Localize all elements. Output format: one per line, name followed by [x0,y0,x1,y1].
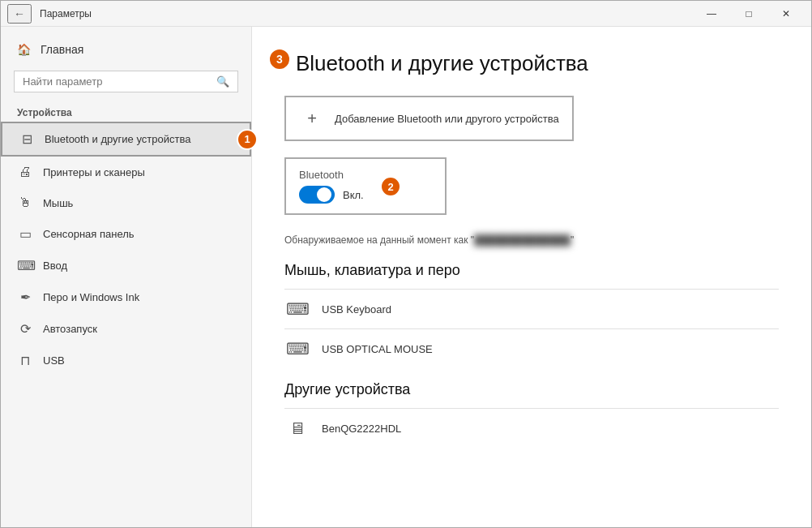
close-button[interactable]: ✕ [767,1,805,27]
monitor-device-label: BenQG2222HDL [322,423,401,435]
autoplay-icon: ⟳ [17,321,33,337]
sidebar-item-touchpad[interactable]: ▭ Сенсорная панель [1,218,251,250]
mouse-device-icon: ⌨ [284,339,310,358]
toggle-badge-2: 2 [380,176,401,197]
bluetooth-toggle[interactable] [299,186,335,204]
sidebar-item-bluetooth[interactable]: ⊟ Bluetooth и другие устройства 1 [1,122,251,157]
content-area: 🏠 Главная 🔍 Устройства ⊟ Bluetooth и дру… [1,27,811,527]
title-bar: ← Параметры — □ ✕ [1,1,811,27]
typing-icon: ⌨ [17,258,33,273]
toggle-on-label: Вкл. [343,189,364,201]
settings-window: ← Параметры — □ ✕ 🏠 Главная 🔍 Устройства… [0,0,812,528]
minimize-button[interactable]: — [693,1,730,27]
back-button[interactable]: ← [7,4,32,24]
sidebar-badge-1: 1 [237,129,258,150]
page-title: Bluetooth и другие устройства [296,51,588,76]
usb-icon: ⊓ [17,353,33,368]
add-device-label: Добавление Bluetooth или другого устройс… [335,113,559,125]
sidebar-section-title: Устройства [1,99,251,122]
sidebar-item-typing-label: Ввод [43,260,67,272]
page-title-container: 3 Bluetooth и другие устройства [284,51,779,76]
bluetooth-section-label: Bluetooth [299,169,432,181]
bluetooth-section: Bluetooth Вкл. 2 [284,157,447,215]
page-title-badge-3: 3 [268,48,291,71]
sidebar-home-label: Главная [41,43,83,56]
device-name-blurred: ██████████████ [474,234,571,246]
divider-3 [284,408,779,409]
mouse-icon: 🖱 [17,195,33,210]
keyboard-device-label: USB Keyboard [322,303,391,316]
monitor-device-icon: 🖥 [284,419,310,438]
pen-icon: ✒ [17,290,33,305]
search-box: 🔍 [14,71,238,92]
sidebar-item-usb-label: USB [43,354,65,367]
toggle-knob [317,187,331,202]
sidebar-item-touchpad-label: Сенсорная панель [43,228,135,240]
device-row-keyboard: ⌨ USB Keyboard [284,293,779,325]
window-controls: — □ ✕ [693,1,805,27]
sidebar-item-mouse[interactable]: 🖱 Мышь [1,187,251,218]
search-input[interactable] [23,75,210,88]
add-device-button[interactable]: + Добавление Bluetooth или другого устро… [284,96,574,141]
discoverable-text: Обнаруживаемое на данный момент как "███… [284,234,779,246]
main-content: 3 Bluetooth и другие устройства + Добавл… [252,27,811,527]
printers-icon: 🖨 [17,165,33,179]
device-row-mouse: ⌨ USB OPTICAL MOUSE [284,333,779,365]
bluetooth-nav-icon: ⊟ [19,131,35,147]
maximize-button[interactable]: □ [730,1,767,27]
sidebar-item-printers[interactable]: 🖨 Принтеры и сканеры [1,157,251,187]
divider-2 [284,328,779,329]
sidebar-item-mouse-label: Мышь [43,197,73,209]
window-title: Параметры [40,8,693,19]
home-icon: 🏠 [17,43,31,56]
section-other-heading: Другие устройства [284,381,779,398]
sidebar-item-pen-label: Перо и Windows Ink [43,291,139,303]
search-icon[interactable]: 🔍 [216,75,229,88]
sidebar-item-home[interactable]: 🏠 Главная [1,35,251,64]
keyboard-device-icon: ⌨ [284,299,310,319]
sidebar-item-autoplay-label: Автозапуск [43,323,97,335]
mouse-device-label: USB OPTICAL MOUSE [322,343,433,355]
sidebar-item-usb[interactable]: ⊓ USB [1,345,251,376]
sidebar-item-printers-label: Принтеры и сканеры [43,166,145,178]
plus-icon: + [299,105,325,131]
section-keyboard-heading: Мышь, клавиатура и перо [284,262,779,279]
sidebar-item-bluetooth-label: Bluetooth и другие устройства [45,133,190,145]
touchpad-icon: ▭ [17,226,33,242]
device-row-monitor: 🖥 BenQG2222HDL [284,412,779,444]
sidebar-item-autoplay[interactable]: ⟳ Автозапуск [1,313,251,345]
sidebar: 🏠 Главная 🔍 Устройства ⊟ Bluetooth и дру… [1,27,252,527]
toggle-row: Вкл. 2 [299,186,432,204]
divider-1 [284,289,779,290]
sidebar-item-pen[interactable]: ✒ Перо и Windows Ink [1,281,251,313]
sidebar-item-typing[interactable]: ⌨ Ввод [1,250,251,281]
